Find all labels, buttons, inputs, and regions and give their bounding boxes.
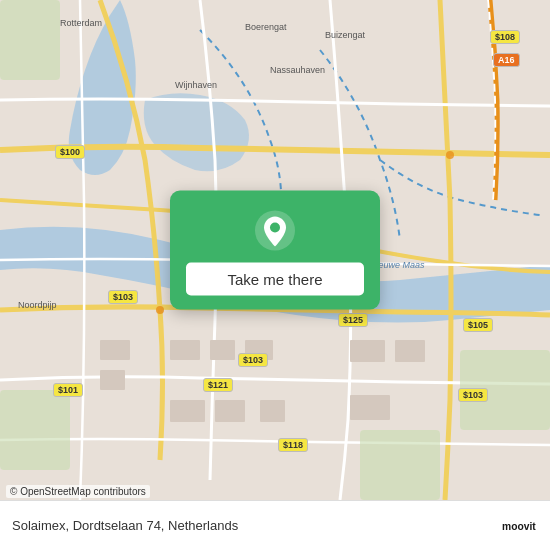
badge-s100: $100 [55,145,85,159]
badge-s103-2: $103 [238,353,268,367]
badge-s121: $121 [203,378,233,392]
badge-s103-3: $103 [458,388,488,402]
moovit-logo: moovit [502,516,538,536]
map-container: Rotterdam Noordpijp Nieuwe Maas Wijnhave… [0,0,550,500]
label-boerengat: Boerengat [245,22,287,32]
svg-rect-14 [100,340,130,360]
badge-a16: A16 [493,53,520,67]
svg-rect-10 [260,400,285,422]
label-noordpijp: Noordpijp [18,300,57,310]
svg-rect-12 [395,340,425,362]
location-pin-icon [253,209,297,253]
svg-point-16 [156,306,164,314]
moovit-brand-icon: moovit [502,516,538,536]
svg-point-17 [446,151,454,159]
svg-point-19 [270,223,280,233]
svg-rect-9 [215,400,245,422]
footer-bar: Solaimex, Dordtselaan 74, Netherlands mo… [0,500,550,550]
svg-rect-4 [360,430,440,500]
cta-card: Take me there [170,191,380,310]
badge-s105: $105 [463,318,493,332]
badge-s103-1: $103 [108,290,138,304]
location-address: Solaimex, Dordtselaan 74, Netherlands [12,518,238,533]
osm-attribution: © OpenStreetMap contributors [6,485,150,498]
badge-s118: $118 [278,438,308,452]
svg-rect-8 [170,400,205,422]
svg-text:moovit: moovit [502,520,536,531]
badge-s101: $101 [53,383,83,397]
svg-rect-11 [350,340,385,362]
svg-rect-3 [0,390,70,470]
svg-rect-1 [0,0,60,80]
label-wijnhaven: Wijnhaven [175,80,217,90]
badge-s108: $108 [490,30,520,44]
label-buizengat: Buizengat [325,30,365,40]
take-me-there-button[interactable]: Take me there [186,263,364,296]
svg-rect-13 [350,395,390,420]
badge-s125: $125 [338,313,368,327]
svg-rect-15 [100,370,125,390]
label-nassauhaven: Nassauhaven [270,65,325,75]
svg-rect-6 [210,340,235,360]
svg-rect-5 [170,340,200,360]
label-rotterdam: Rotterdam [60,18,102,28]
